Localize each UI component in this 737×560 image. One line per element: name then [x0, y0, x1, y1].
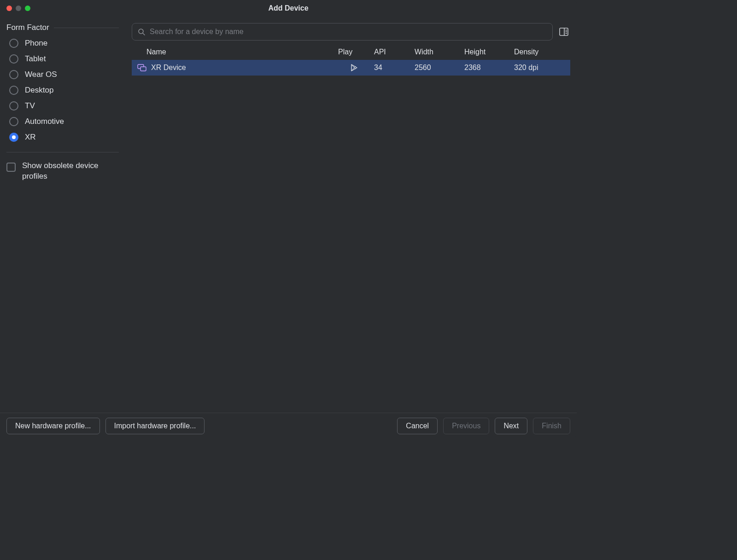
form-factor-automotive[interactable]: Automotive [9, 117, 119, 126]
radio-icon [9, 86, 18, 95]
details-panel-toggle[interactable] [557, 25, 570, 38]
form-factor-wear-os[interactable]: Wear OS [9, 70, 119, 79]
minimize-window-button[interactable] [16, 6, 21, 11]
maximize-window-button[interactable] [25, 6, 30, 11]
table-row[interactable]: XR Device 34 2560 2368 320 dpi [132, 60, 570, 76]
radio-icon [9, 39, 18, 48]
window-controls [6, 6, 30, 11]
column-header-density[interactable]: Density [514, 48, 565, 56]
radio-label: TV [25, 101, 35, 111]
radio-icon [9, 133, 18, 142]
show-obsolete-checkbox[interactable]: Show obsolete device profiles [6, 161, 119, 182]
radio-label: Phone [25, 39, 47, 48]
form-factor-xr[interactable]: XR [9, 133, 119, 142]
radio-icon [9, 54, 18, 64]
radio-icon [9, 101, 18, 111]
import-hardware-profile-button[interactable]: Import hardware profile... [105, 418, 205, 434]
checkbox-label: Show obsolete device profiles [22, 161, 119, 182]
new-hardware-profile-button[interactable]: New hardware profile... [6, 418, 100, 434]
checkbox-icon [6, 163, 16, 172]
window-title: Add Device [268, 4, 308, 12]
device-height-cell: 2368 [464, 64, 510, 72]
sidebar-divider [6, 152, 119, 152]
device-name-cell: XR Device [151, 64, 186, 72]
device-main-panel: Name Play API Width Height Density XR De… [125, 17, 577, 413]
column-header-width[interactable]: Width [415, 48, 461, 56]
table-header-row: Name Play API Width Height Density [132, 44, 570, 60]
svg-rect-8 [140, 67, 146, 71]
column-header-height[interactable]: Height [464, 48, 510, 56]
radio-label: XR [25, 133, 36, 142]
radio-label: Wear OS [25, 70, 57, 79]
radio-label: Desktop [25, 86, 53, 95]
column-header-name[interactable]: Name [137, 48, 334, 56]
finish-button: Finish [533, 418, 570, 434]
close-window-button[interactable] [6, 6, 12, 11]
form-factor-tablet[interactable]: Tablet [9, 54, 119, 64]
form-factor-section-header: Form Factor [6, 23, 119, 32]
titlebar: Add Device [0, 0, 577, 17]
form-factor-radio-group: Phone Tablet Wear OS Desktop TV [6, 39, 119, 142]
cancel-button[interactable]: Cancel [397, 418, 438, 434]
device-density-cell: 320 dpi [514, 64, 565, 72]
column-header-api[interactable]: API [374, 48, 411, 56]
form-factor-label: Form Factor [6, 23, 49, 32]
form-factor-tv[interactable]: TV [9, 101, 119, 111]
dialog-footer: New hardware profile... Import hardware … [0, 413, 577, 438]
svg-line-1 [143, 33, 145, 35]
device-search-box[interactable] [132, 23, 553, 41]
radio-icon [9, 117, 18, 126]
section-divider-line [54, 28, 119, 28]
radio-label: Tablet [25, 54, 46, 64]
add-device-window: Add Device Form Factor Phone Tablet Wear [0, 0, 577, 438]
column-header-play[interactable]: Play [338, 48, 370, 56]
form-factor-sidebar: Form Factor Phone Tablet Wear OS [0, 17, 125, 413]
form-factor-desktop[interactable]: Desktop [9, 86, 119, 95]
next-button[interactable]: Next [495, 418, 527, 434]
radio-label: Automotive [25, 117, 64, 126]
form-factor-phone[interactable]: Phone [9, 39, 119, 48]
search-icon [138, 28, 145, 35]
previous-button: Previous [443, 418, 489, 434]
xr-device-icon [137, 64, 146, 71]
device-width-cell: 2560 [415, 64, 461, 72]
play-store-icon [350, 64, 358, 72]
details-panel-icon [559, 27, 569, 37]
device-api-cell: 34 [374, 64, 411, 72]
radio-icon [9, 70, 18, 79]
device-table: Name Play API Width Height Density XR De… [132, 44, 570, 413]
search-input[interactable] [150, 28, 547, 36]
